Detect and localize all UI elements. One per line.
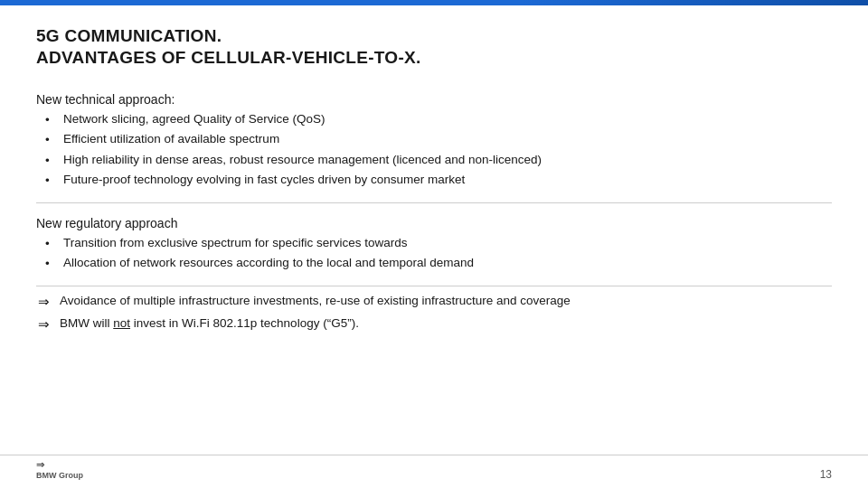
- arrow-item-1: ⇒ Avoidance of multiple infrastructure i…: [38, 292, 832, 312]
- footer-logo-text: BMW Group: [36, 471, 83, 481]
- bullet-item: • High reliability in dense areas, robus…: [45, 151, 832, 170]
- arrow-symbol: ⇒: [38, 292, 56, 312]
- section2-heading: New regulatory approach: [36, 216, 832, 230]
- arrow-text: Avoidance of multiple infrastructure inv…: [60, 292, 832, 310]
- bullet-dot: •: [45, 152, 60, 170]
- bullet-dot: •: [45, 255, 60, 273]
- bullet-text: Transition from exclusive spectrum for s…: [63, 234, 832, 252]
- section-divider: [36, 202, 832, 203]
- bullet-dot: •: [45, 111, 60, 129]
- arrow-text-prefix: BMW will: [60, 316, 113, 330]
- bullet-text: Network slicing, agreed Quality of Servi…: [63, 110, 832, 128]
- content-area: 5G COMMUNICATION. ADVANTAGES OF CELLULAR…: [0, 5, 868, 455]
- footer-arrow: ⇒: [36, 459, 83, 471]
- bullet-item: • Efficient utilization of available spe…: [45, 130, 832, 149]
- footer-page-number: 13: [820, 468, 832, 481]
- bullet-dot: •: [45, 235, 60, 253]
- section1-bullet-list: • Network slicing, agreed Quality of Ser…: [45, 110, 832, 192]
- bullet-item: • Future-proof technology evolving in fa…: [45, 171, 832, 190]
- bullet-text: Allocation of network resources accordin…: [63, 254, 832, 272]
- slide: 5G COMMUNICATION. ADVANTAGES OF CELLULAR…: [0, 0, 868, 488]
- arrow-text-2: BMW will not invest in Wi.Fi 802.11p tec…: [60, 314, 832, 333]
- bullet-dot: •: [45, 131, 60, 149]
- bullet-item: • Transition from exclusive spectrum for…: [45, 234, 832, 253]
- section2-bullet-list: • Transition from exclusive spectrum for…: [45, 234, 832, 275]
- title-block: 5G COMMUNICATION. ADVANTAGES OF CELLULAR…: [36, 25, 832, 69]
- section-divider-2: [36, 286, 832, 286]
- bullet-text: High reliability in dense areas, robust …: [63, 151, 832, 169]
- arrow-text-underline: not: [113, 316, 130, 330]
- bullet-item: • Network slicing, agreed Quality of Ser…: [45, 110, 832, 129]
- footer-logo: ⇒ BMW Group: [36, 459, 83, 481]
- bullet-dot: •: [45, 172, 60, 190]
- title-line1: 5G COMMUNICATION.: [36, 25, 832, 47]
- arrow-text-suffix: invest in Wi.Fi 802.11p technology (“G5”…: [130, 316, 359, 330]
- title-line2: ADVANTAGES OF CELLULAR-VEHICLE-TO-X.: [36, 47, 832, 69]
- section1-heading: New technical approach:: [36, 92, 832, 107]
- bullet-text: Future-proof technology evolving in fast…: [63, 171, 832, 189]
- arrow-item-2: ⇒ BMW will not invest in Wi.Fi 802.11p t…: [38, 314, 832, 334]
- arrow-symbol-2: ⇒: [38, 314, 56, 334]
- bullet-item: • Allocation of network resources accord…: [45, 254, 832, 273]
- slide-footer: ⇒ BMW Group 13: [0, 455, 868, 488]
- bullet-text: Efficient utilization of available spect…: [63, 130, 832, 148]
